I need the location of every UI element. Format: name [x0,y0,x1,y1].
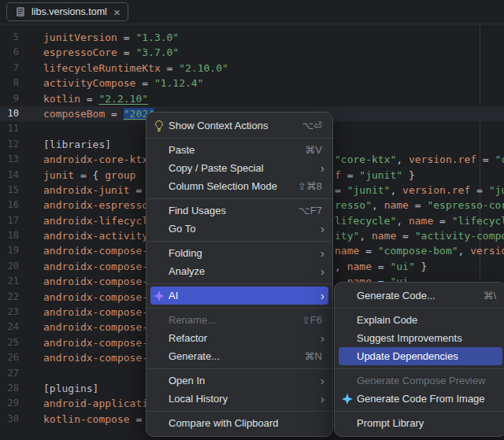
line-number: 14 [0,168,19,183]
menu-item-update-dependencies[interactable]: Update Dependencies [339,347,502,365]
menu-item-generate[interactable]: Generate...⌘N [150,347,328,365]
menu-item-label: Column Selection Mode [169,180,279,192]
code-segment: "lifecycle-r [452,215,504,227]
code-segment: = [80,93,98,105]
code-text: androidx-espresso- [43,198,154,213]
menu-item-explain-code[interactable]: Explain Code [339,311,502,329]
line-number: 21 [0,274,19,289]
code-segment: androidx-compose-u [43,337,154,349]
menu-item-analyze[interactable]: Analyze› [150,262,328,280]
line-number: 10 [0,106,19,121]
submenu-arrow-icon: › [321,223,324,235]
code-segment: kotlin [43,93,80,105]
code-line-6[interactable]: 6espressoCore = "3.7.0" [0,45,504,60]
submenu-arrow-icon: › [321,375,324,386]
menu-item-generate-code-from-image[interactable]: Generate Code From Image [339,390,502,408]
code-text: androidx-lifecycle [43,213,154,228]
code-segment: "ui" [390,261,414,272]
menu-shortcut: ⇧⌘8 [298,180,322,192]
code-segment: "activity-compose" [415,230,504,242]
code-segment: name [384,199,409,211]
code-segment: androidx-compose-u [43,306,154,318]
submenu-arrow-icon: › [321,393,324,405]
submenu-arrow-icon: › [321,290,324,301]
code-segment: "1.3.0" [135,31,179,43]
line-number: 24 [0,320,19,335]
menu-item-prompt-library[interactable]: Prompt Library [339,414,502,432]
line-number: 19 [0,243,19,258]
code-segment: , [372,199,384,211]
menu-item-label: Prompt Library [357,417,496,429]
menu-item-column-selection-mode[interactable]: Column Selection Mode⇧⌘8 [150,177,328,195]
menu-item-ai[interactable]: AI› [150,287,328,305]
menu-item-paste[interactable]: Paste⌘V [150,141,328,159]
code-segment: "espresso-core" [427,199,504,211]
code-text: resso", name = "espresso-core", [335,198,504,213]
menu-shortcut: ⌘\ [483,290,496,301]
menu-item-label: Update Dependencies [357,350,496,362]
code-segment: androidx-compose-u [43,275,154,287]
code-segment: "junit [489,184,504,196]
menu-item-label: AI [169,290,302,301]
code-line-8[interactable]: 8activityCompose = "1.12.4" [0,76,504,91]
image-sparkle-icon [341,393,354,405]
menu-item-refactor[interactable]: Refactor› [150,329,328,347]
menu-item-compare-with-clipboard[interactable]: Compare with Clipboard [150,414,328,432]
line-number: 22 [0,290,19,305]
menu-item-label: Generate... [169,350,286,362]
ai-submenu: Generate Code...⌘\Explain CodeSuggest Im… [334,282,504,437]
menu-item-open-in[interactable]: Open In› [150,372,328,390]
menu-item-label: Generate Code... [357,290,464,301]
code-segment: junitVersion [43,31,117,43]
menu-separator [146,241,332,242]
code-line-5[interactable]: 5junitVersion = "1.3.0" [0,30,504,45]
line-number: 9 [0,91,19,106]
code-segment: name [335,245,359,257]
code-segment: lifecycle" [335,215,396,227]
menu-item-go-to[interactable]: Go To› [150,220,328,238]
code-text: "core-ktx", version.ref = "core [335,152,504,167]
code-text: androidx-compose-b [43,243,154,258]
menu-item-folding[interactable]: Folding› [150,244,328,262]
menu-shortcut: ⌥⏎ [302,120,322,131]
code-segment: = [396,230,414,242]
code-segment: name [347,261,372,272]
code-line-7[interactable]: 7lifecycleRuntimeKtx = "2.10.0" [0,61,504,76]
code-line-9[interactable]: 9kotlin = "2.2.10" [0,91,504,106]
menu-item-label: Explain Code [357,314,496,326]
line-number: 7 [0,61,19,76]
ai-sparkle-icon [153,290,165,302]
menu-item-find-usages[interactable]: Find Usages⌥F7 [150,202,328,220]
tab-libs-versions-toml[interactable]: libs.versions.toml × [6,2,128,21]
menu-item-copy-paste-special[interactable]: Copy / Paste Special› [150,159,328,177]
lightbulb-icon [153,120,165,132]
menu-item-generate-code[interactable]: Generate Code...⌘\ [339,287,502,305]
code-segment: , [335,261,347,272]
code-segment: kotlin-compose [43,413,130,425]
code-segment: , [396,215,409,227]
code-segment: androidx-lifecycle [43,215,154,227]
code-text: espressoCore = "3.7.0" [43,45,179,60]
menu-shortcut: ⌘N [305,350,322,362]
menu-item-local-history[interactable]: Local History› [150,390,328,408]
code-segment: "core-ktx" [335,153,396,165]
code-segment: android-applicatio [43,397,154,409]
submenu-arrow-icon: › [321,162,324,174]
menu-item-label: Refactor [169,332,302,344]
code-segment: , [458,245,471,257]
code-segment: = [433,215,451,227]
menu-item-label: Compare with Clipboard [169,417,322,429]
line-number: 16 [0,198,19,213]
menu-item-show-context-actions[interactable]: Show Context Actions⌥⏎ [150,116,328,135]
code-segment: = [335,184,347,196]
code-segment: resso" [335,199,372,211]
code-text: junitVersion = "1.3.0" [43,30,179,45]
menu-shortcut: ⌘V [305,144,322,156]
code-segment: activityCompose [43,77,135,89]
menu-item-suggest-improvements[interactable]: Suggest Improvements [339,329,502,347]
menu-item-label: Local History [169,393,302,405]
close-icon[interactable]: × [113,6,120,18]
line-number: 20 [0,259,19,274]
code-segment: [plugins] [43,383,98,394]
code-text: composeBom = "2024 [43,106,154,121]
